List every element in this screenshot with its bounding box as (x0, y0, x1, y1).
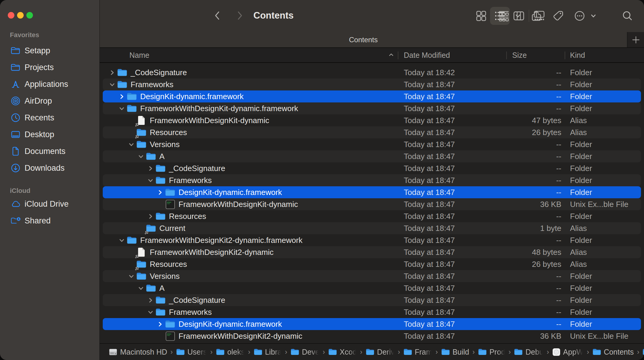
table-row[interactable]: FrameworksToday at 18:47--Folder (103, 174, 641, 186)
table-row[interactable]: _CodeSignatureToday at 18:47--Folder (103, 294, 641, 306)
file-name: _CodeSignature (131, 68, 187, 77)
table-row[interactable]: DesignKit-dynamic.frameworkToday at 18:4… (103, 318, 641, 330)
sidebar-item-documents[interactable]: Documents (0, 145, 99, 157)
breadcrumb-item[interactable]: oleks (216, 348, 245, 356)
sidebar-item-downloads[interactable]: Downloads (0, 162, 99, 174)
sidebar-item-projects[interactable]: Projects (0, 61, 99, 73)
close-button[interactable] (8, 12, 14, 19)
breadcrumb-item[interactable]: Deriv (366, 348, 394, 356)
disclosure-chevron-icon[interactable] (108, 80, 117, 89)
sidebar-item-shared[interactable]: Shared (0, 215, 99, 227)
sidebar-item-icloud-drive[interactable]: iCloud Drive (0, 198, 99, 210)
more-chevron-icon[interactable] (590, 13, 597, 19)
table-row[interactable]: FrameworkWithDesignKit2-dynamicToday at … (103, 246, 641, 258)
size-cell: 47 bytes (507, 116, 565, 125)
table-row[interactable]: AToday at 18:47--Folder (103, 282, 641, 294)
breadcrumb-item[interactable]: Contents (592, 348, 634, 356)
new-tab-button[interactable] (627, 32, 644, 47)
table-row[interactable]: DesignKit-dynamic.frameworkToday at 18:4… (103, 90, 641, 102)
minimize-button[interactable] (17, 12, 24, 19)
file-name-cell: DesignKit-dynamic.framework (103, 319, 404, 329)
disclosure-chevron-icon[interactable] (155, 188, 164, 197)
table-row[interactable]: FrameworkWithDesignKit-dynamic.framework… (103, 102, 641, 114)
disclosure-chevron-icon[interactable] (117, 104, 126, 113)
table-row[interactable]: CurrentToday at 18:471 byteAlias (103, 222, 641, 234)
disclosure-chevron-icon[interactable] (117, 92, 126, 101)
disclosure-chevron-icon[interactable] (146, 176, 155, 185)
sidebar-item-airdrop[interactable]: AirDrop (0, 95, 99, 107)
folder-icon (117, 67, 128, 78)
group-button[interactable] (497, 9, 510, 22)
table-row[interactable]: AToday at 18:47--Folder (103, 150, 641, 162)
column-header-name[interactable]: Name (100, 48, 398, 62)
disclosure-chevron-icon[interactable] (155, 320, 164, 329)
table-row[interactable]: FrameworkWithDesignKit2-dynamic.framewor… (103, 234, 641, 246)
table-row[interactable]: FrameworkWithDesignKit-dynamicToday at 1… (103, 114, 641, 126)
breadcrumb-item[interactable]: Macintosh HD (109, 348, 167, 356)
sidebar-item-setapp[interactable]: Setapp (0, 45, 99, 57)
file-name-cell: FrameworkWithDesignKit-dynamic.framework (103, 103, 404, 114)
table-row[interactable]: FrameworksToday at 18:47--Folder (103, 78, 641, 90)
breadcrumb-item[interactable]: Libra (254, 348, 282, 356)
breadcrumb-item[interactable]: Xcod (328, 348, 357, 356)
table-row[interactable]: DesignKit-dynamic.frameworkToday at 18:4… (103, 186, 641, 198)
breadcrumb-item[interactable]: Users (176, 348, 207, 356)
disclosure-chevron-icon[interactable] (108, 68, 117, 77)
breadcrumb-item[interactable]: Frameworks (643, 348, 644, 356)
tab-contents[interactable]: Contents (100, 32, 627, 47)
kind-cell: Unix Ex...ble File (565, 200, 641, 209)
breadcrumb-item[interactable]: Prod (478, 348, 505, 356)
search-button[interactable] (621, 10, 634, 22)
sidebar-item-applications[interactable]: Applications (0, 78, 99, 90)
disclosure-chevron-icon[interactable] (127, 140, 136, 149)
sidebar-item-label: Desktop (25, 130, 54, 139)
disclosure-chevron-icon[interactable] (127, 272, 136, 281)
list-header: Name Date Modified Size Kind (100, 48, 644, 63)
file-name: FrameworkWithDesignKit-dynamic (179, 200, 298, 209)
table-row[interactable]: VersionsToday at 18:47--Folder (103, 270, 641, 282)
breadcrumb-item[interactable]: Debu (514, 348, 543, 356)
sidebar-item-recents[interactable]: Recents (0, 112, 99, 124)
disclosure-chevron-icon[interactable] (146, 164, 155, 173)
zoom-button[interactable] (26, 12, 33, 19)
disclosure-chevron-icon[interactable] (146, 296, 155, 305)
disclosure-chevron-icon[interactable] (146, 308, 155, 317)
table-row[interactable]: VersionsToday at 18:47--Folder (103, 138, 641, 150)
date-modified-cell: Today at 18:47 (404, 308, 507, 317)
disclosure-chevron-icon[interactable] (146, 212, 155, 221)
breadcrumb-item[interactable]: Deve (291, 348, 319, 356)
sidebar-section-favorites: Favorites (10, 31, 39, 39)
table-row[interactable]: ResourcesToday at 18:47--Folder (103, 210, 641, 222)
breadcrumb-item[interactable]: Build (441, 348, 469, 356)
table-row[interactable]: execFrameworkWithDesignKit-dynamicToday … (103, 198, 641, 210)
disclosure-chevron-icon[interactable] (136, 152, 145, 161)
file-name-cell: FrameworkWithDesignKit-dynamic (103, 115, 404, 126)
table-row[interactable]: _CodeSignatureToday at 18:47--Folder (103, 162, 641, 174)
sidebar-item-desktop[interactable]: Desktop (0, 128, 99, 140)
group-chevron-icon[interactable] (515, 13, 521, 19)
column-header-date-modified[interactable]: Date Modified (398, 48, 507, 62)
column-header-kind[interactable]: Kind (565, 48, 644, 62)
breadcrumb-separator: › (436, 348, 438, 356)
date-modified-cell: Today at 18:47 (404, 200, 507, 209)
breadcrumb-item[interactable]: Fram (403, 348, 432, 356)
tags-button[interactable] (552, 10, 564, 22)
table-row[interactable]: ResourcesToday at 18:4726 bytesAlias (103, 258, 641, 270)
disclosure-chevron-icon[interactable] (136, 284, 145, 293)
table-row[interactable]: FrameworksToday at 18:47--Folder (103, 306, 641, 318)
app-store-icon (10, 79, 21, 89)
column-header-size[interactable]: Size (507, 48, 565, 62)
file-name-cell: FrameworkWithDesignKit2-dynamic (103, 247, 404, 258)
table-row[interactable]: _CodeSignatureToday at 18:42--Folder (103, 66, 641, 78)
forward-button[interactable] (234, 8, 246, 23)
view-icons-button[interactable] (474, 9, 488, 23)
more-button[interactable] (573, 10, 586, 22)
table-row[interactable]: execFrameworkWithDesignKit2-dynamicToday… (103, 330, 641, 342)
file-name: FrameworkWithDesignKit2-dynamic (179, 332, 302, 341)
breadcrumb-item[interactable]: AppW (552, 348, 583, 356)
date-modified-cell: Today at 18:47 (404, 212, 507, 221)
table-row[interactable]: ResourcesToday at 18:4726 bytesAlias (103, 126, 641, 138)
share-button[interactable] (530, 10, 543, 22)
back-button[interactable] (211, 8, 223, 23)
disclosure-chevron-icon[interactable] (117, 236, 126, 245)
